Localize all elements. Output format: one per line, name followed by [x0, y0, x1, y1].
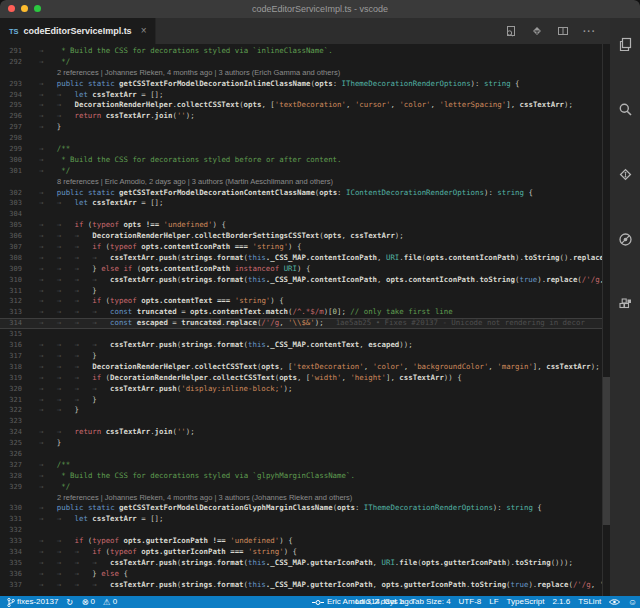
code-line: 312→→→if (typeof opts.contentText === 's…: [0, 296, 603, 307]
tab-whitespace-arrow: →: [57, 231, 75, 242]
ts-version-item[interactable]: 2.1.6: [552, 596, 570, 608]
source-control-button[interactable]: [616, 165, 634, 183]
search-button[interactable]: [616, 100, 634, 118]
codelens-line: 2 references | Johannes Rieken, 4 months…: [0, 68, 603, 79]
code-line: 310→→→→cssTextArr.push(strings.format(th…: [0, 275, 603, 286]
tab-whitespace-arrow: →: [39, 198, 57, 209]
encoding-item[interactable]: UTF-8: [459, 596, 482, 608]
line-number: 322: [0, 405, 22, 416]
tslint-item[interactable]: TSLint: [578, 596, 601, 608]
tab-whitespace-arrow: →: [75, 264, 93, 275]
tab-whitespace-arrow: →: [39, 395, 57, 406]
tab-whitespace-arrow: →: [75, 558, 93, 569]
more-actions-button[interactable]: ···: [583, 26, 596, 37]
no-debug-icon: [618, 232, 633, 247]
line-number: 313: [0, 307, 22, 318]
tab-whitespace-arrow: →: [57, 405, 75, 416]
split-editor-button[interactable]: [557, 25, 569, 37]
code-line: 300→ * Build the CSS for decorations sty…: [0, 155, 603, 166]
tab-whitespace-arrow: →: [39, 111, 57, 122]
scrollbar-thumb[interactable]: [603, 377, 610, 525]
tab-whitespace-arrow: →: [39, 100, 57, 111]
line-number: 315: [0, 329, 22, 340]
line-number: 307: [0, 242, 22, 253]
tab-whitespace-arrow: →: [39, 155, 57, 166]
tab-whitespace-arrow: →: [39, 427, 57, 438]
close-tab-icon[interactable]: ×: [141, 26, 147, 36]
tab-codeEditorServiceImpl[interactable]: TS codeEditorServiceImpl.ts ×: [0, 18, 156, 44]
line-number: 297: [0, 122, 22, 133]
line-number: 312: [0, 296, 22, 307]
line-number: 292: [0, 57, 22, 68]
tab-whitespace-arrow: →: [57, 580, 75, 591]
extensions-button[interactable]: [616, 295, 634, 313]
warnings-item[interactable]: ⚠ 0: [103, 596, 117, 608]
line-number: 314: [0, 318, 22, 329]
code-area[interactable]: 291→ * Build the CSS for decorations sty…: [0, 46, 610, 591]
sync-button[interactable]: ↻: [66, 598, 73, 607]
editor-tab-bar: TS codeEditorServiceImpl.ts ×: [0, 18, 640, 44]
line-number: 310: [0, 275, 22, 286]
tab-whitespace-arrow: →: [75, 318, 93, 329]
tab-whitespace-arrow: →: [57, 340, 75, 351]
tab-whitespace-arrow: →: [57, 286, 75, 297]
line-number: 324: [0, 427, 22, 438]
line-number: 299: [0, 144, 22, 155]
line-number: 291: [0, 46, 22, 57]
status-bar: fixes-20137 ↻ ⊗ 0 ⚠ 0 Eric Amodio, 2 day…: [0, 596, 640, 608]
tab-whitespace-arrow: →: [57, 362, 75, 373]
language-mode-item[interactable]: TypeScript: [507, 596, 545, 608]
open-changes-button[interactable]: [505, 25, 517, 37]
editor[interactable]: 291→ * Build the CSS for decorations sty…: [0, 44, 610, 596]
code-line: 319→→→if (DecorationRenderHelper.collect…: [0, 373, 603, 384]
line-number: 295: [0, 100, 22, 111]
activity-bar: [610, 18, 640, 596]
tab-whitespace-arrow: →: [39, 286, 57, 297]
errors-item[interactable]: ⊗ 0: [81, 596, 95, 608]
tab-whitespace-arrow: →: [75, 580, 93, 591]
debug-button[interactable]: [616, 230, 634, 248]
warning-icon: ⚠: [103, 598, 111, 607]
tab-whitespace-arrow: →: [92, 580, 110, 591]
feedback-smiley-button[interactable]: ☺: [628, 598, 637, 607]
line-number: 311: [0, 286, 22, 297]
line-number: 328: [0, 471, 22, 482]
tab-whitespace-arrow: →: [75, 395, 93, 406]
code-line: 292→ */: [0, 57, 603, 68]
title-bar: codeEditorServiceImpl.ts - vscode: [0, 0, 640, 18]
eye-icon: [609, 598, 620, 606]
window-title: codeEditorServiceImpl.ts - vscode: [0, 0, 640, 18]
gitlens-button[interactable]: [531, 25, 543, 37]
gitlens-blame-annotation: 1ae5ab25 • Fixes #20137 - Unicode not re…: [336, 318, 585, 327]
tab-whitespace-arrow: →: [39, 264, 57, 275]
code-line: 306→→→DecorationRenderHelper.collectBord…: [0, 231, 603, 242]
warning-count: 0: [113, 596, 117, 608]
line-number: 335: [0, 558, 22, 569]
line-number: 317: [0, 351, 22, 362]
tab-whitespace-arrow: →: [57, 569, 75, 580]
gitlens-blame-item[interactable]: Eric Amodio, 2 days ago: [312, 596, 413, 608]
toggle-blame-button[interactable]: [609, 598, 620, 606]
git-branch-item[interactable]: fixes-20137: [7, 596, 58, 608]
tab-whitespace-arrow: →: [39, 253, 57, 264]
line-number: 306: [0, 231, 22, 242]
line-number: 308: [0, 253, 22, 264]
tab-whitespace-arrow: →: [57, 198, 75, 209]
tab-whitespace-arrow: →: [39, 438, 57, 449]
line-number: 319: [0, 373, 22, 384]
tab-whitespace-arrow: →: [39, 384, 57, 395]
code-line: 335→→→→cssTextArr.push(strings.format(th…: [0, 558, 603, 569]
code-line: 313→→→→const truncated = opts.contentTex…: [0, 307, 603, 318]
tab-size-item[interactable]: Tab Size: 4: [411, 596, 451, 608]
line-number: 326: [0, 449, 22, 460]
tab-whitespace-arrow: →: [75, 231, 93, 242]
tab-whitespace-arrow: →: [57, 90, 75, 101]
code-line: 301→ */: [0, 166, 603, 177]
tab-whitespace-arrow: →: [75, 275, 93, 286]
tab-whitespace-arrow: →: [75, 351, 93, 362]
code-line: 334→→→if (typeof opts.gutterIconPath ===…: [0, 547, 603, 558]
explorer-button[interactable]: [616, 35, 634, 53]
tab-whitespace-arrow: →: [57, 514, 75, 525]
eol-item[interactable]: LF: [489, 596, 498, 608]
tab-whitespace-arrow: →: [39, 547, 57, 558]
